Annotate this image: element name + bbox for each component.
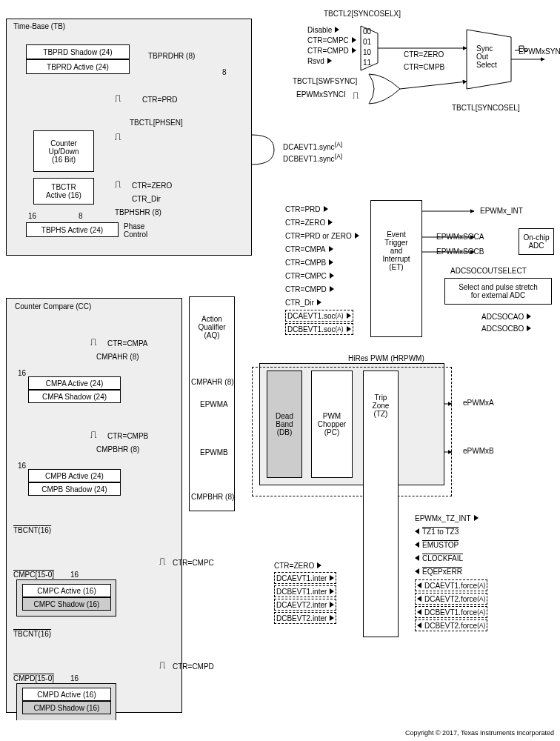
epwmxsoca: EPWMxSOCA xyxy=(436,233,484,241)
cmpa-active: CMPA Active (24) xyxy=(28,376,121,390)
epwmxsynco: EPWMxSYNCO xyxy=(519,47,560,56)
epwmxsynci: EPWMxSYNCI xyxy=(296,90,346,99)
tbprd-shadow: TBPRD Shadow (24) xyxy=(26,44,130,59)
dcbevt1-sync-text: DCBEVT1.sync xyxy=(283,155,334,163)
sync-out-select-text: Sync Out Select xyxy=(476,44,497,69)
cmpc-active: CMPC Active (16) xyxy=(22,584,111,597)
adcsocao: ADCSOCAO xyxy=(481,313,531,321)
ctr-cmpb-pulse: ⎍ xyxy=(90,431,96,437)
sync-mux-code-00: 00 xyxy=(363,26,371,36)
soso-ctrcmpb: CTR=CMPB xyxy=(404,63,444,71)
cmpc-header-label: CMPC[15-0] xyxy=(13,571,54,579)
sync-mux-code-11: 11 xyxy=(363,57,371,67)
inter-dcaevt2: DCAEVT2.inter xyxy=(276,601,327,609)
sync-mux-in-disable: Disable xyxy=(307,26,332,34)
sync-mux-in-rsvd: Rsvd xyxy=(307,57,324,65)
sync-mux-in-cmpc: CTR=CMPC xyxy=(307,36,349,44)
epwmxsynci-pulse: ⎍ xyxy=(353,92,359,98)
ctr-zero-pulse: ⎍ xyxy=(115,181,121,187)
cc-n16-a: 16 xyxy=(18,369,26,377)
panel-time-base-title: Time-Base (TB) xyxy=(13,22,65,30)
sync-mux-code-01: 01 xyxy=(363,36,371,47)
cc-n16-d: 16 xyxy=(70,674,79,682)
ctr-cmpc-pulse: ⎍ xyxy=(159,558,165,564)
phase-control: Phase Control xyxy=(124,222,147,239)
tbctl-swfsync: TBCTL[SWFSYNC] xyxy=(293,77,357,85)
cmpa-shadow: CMPA Shadow (24) xyxy=(28,390,121,403)
sync-out-select: Sync Out Select xyxy=(476,44,497,69)
dead-band-text: Dead Band (DB) xyxy=(276,412,293,436)
et-in-dcasoc-sup: (A) xyxy=(335,312,343,319)
svg-line-10 xyxy=(400,82,467,89)
phsen-pulse: ⎍ xyxy=(115,133,121,139)
event-trigger-text: Event Trigger and Interrupt (ET) xyxy=(382,230,410,271)
tz-inter-ports: DCAEVT1.inter DCBEVT1.inter DCAEVT2.inte… xyxy=(274,572,336,625)
copyright: Copyright © 2017, Texas Instruments Inco… xyxy=(405,729,554,737)
force-dcbevt1: DCBEVT1.force xyxy=(424,608,477,617)
inter-dcbevt2: DCBEVT2.inter xyxy=(276,614,327,622)
force-dcbevt2: DCBEVT2.force xyxy=(424,622,477,630)
tbctr-active-text: TBCTR Active (16) xyxy=(46,183,81,199)
tz-int: EPWMx_TZ_INT xyxy=(415,514,471,522)
ctr-cmpb-label: CTR=CMPB xyxy=(107,432,148,440)
phsen-label: TBCTL[PHSEN] xyxy=(130,119,183,127)
tbctl2-syncoselx: TBCTL2[SYNCOSELX] xyxy=(324,10,401,18)
et-in-ctrprd: CTR=PRD xyxy=(285,205,321,213)
adcsocao-text: ADCSOCAO xyxy=(481,313,524,321)
tz1to3: TZ1 to TZ3 xyxy=(422,528,459,536)
et-in-cmpd: CTR=CMPD xyxy=(285,285,327,293)
epwmxsocb: EPWMxSOCB xyxy=(436,247,484,256)
force-dcaevt1: DCAEVT1.force xyxy=(424,582,477,590)
phase-control-text: Phase Control xyxy=(124,222,147,239)
dcbevt1-sync: DCBEVT1.sync(A) xyxy=(283,153,343,163)
cmpd-header-label: CMPD[15-0] xyxy=(13,674,54,682)
clockfail: CLOCKFAIL xyxy=(422,554,463,562)
ctr-zero-label: CTR=ZERO xyxy=(132,182,172,190)
eqeperr: EQEPxERR xyxy=(422,568,462,576)
sync-mux-codes: 00 01 10 11 xyxy=(363,26,371,67)
dcaevt1-sync-sup: (A) xyxy=(334,141,342,148)
et-in-dcasoc: DCAEVT1.soc xyxy=(287,312,335,320)
onchip-adc-text: On-chip ADC xyxy=(523,233,549,250)
cmpd-active: CMPD Active (16) xyxy=(22,688,111,701)
force-dcaevt2: DCAEVT2.force xyxy=(424,595,477,603)
ctr-prd-pulse: ⎍ xyxy=(115,95,121,101)
cmpb-active: CMPB Active (24) xyxy=(28,469,121,482)
cmpc-shadow: CMPC Shadow (16) xyxy=(22,597,111,611)
onchip-adc: On-chip ADC xyxy=(519,228,554,255)
hrpwm-title: HiRes PWM (HRPWM) xyxy=(348,354,424,362)
et-in-dcbsoc: DCBEVT1.soc xyxy=(287,325,335,333)
tb-n8-a: 8 xyxy=(222,68,227,76)
et-in-prdzero: CTR=PRD or ZERO xyxy=(285,232,352,240)
epwmxb-out: ePWMxB xyxy=(463,447,494,455)
et-in-cmpc: CTR=CMPC xyxy=(285,272,327,280)
tbprdhr-label: TBPRDHR (8) xyxy=(148,52,195,60)
epwmxa-out: ePWMxA xyxy=(463,399,494,407)
aq-epwmb: EPWMB xyxy=(200,448,228,456)
et-in-dcbsoc-sup: (A) xyxy=(335,325,343,333)
et-left-ports: CTR=PRD CTR=ZERO CTR=PRD or ZERO CTR=CMP… xyxy=(285,202,359,309)
counter-updown: Counter Up/Down (16 Bit) xyxy=(33,130,94,172)
inter-dcbevt1: DCBEVT1.inter xyxy=(276,588,327,596)
force-dcaevt1-sup: (A) xyxy=(477,582,485,589)
action-qualifier-text: Action Qualifier (AQ) xyxy=(198,315,225,339)
pwm-chopper: PWM Chopper (PC) xyxy=(311,370,353,478)
ctr-dir-label: CTR_Dir xyxy=(132,195,161,203)
dead-band: Dead Band (DB) xyxy=(267,370,302,478)
inter-dcaevt1: DCAEVT1.inter xyxy=(276,574,327,582)
aq-epwma: EPWMA xyxy=(200,400,228,408)
tbphs-active: TBPHS Active (24) xyxy=(26,222,119,237)
sync-mux-in-cmpd: CTR=CMPD xyxy=(307,47,349,55)
ctr-cmpd-pulse: ⎍ xyxy=(159,662,165,668)
event-trigger: Event Trigger and Interrupt (ET) xyxy=(370,200,422,337)
cc-n16-c: 16 xyxy=(70,571,79,579)
aq-cmpahr: CMPAHR (8) xyxy=(191,378,234,386)
emustop: EMUSTOP xyxy=(422,541,459,549)
tz-left-ctrzero: CTR=ZERO xyxy=(274,559,321,572)
tbphshr-label: TBPHSHR (8) xyxy=(115,208,161,216)
counter-updown-text: Counter Up/Down (16 Bit) xyxy=(48,139,79,164)
tbcnt-c-label: TBCNT(16) xyxy=(13,526,51,534)
tbprd-active: TBPRD Active (24) xyxy=(26,59,130,74)
ctr-cmpa-label: CTR=CMPA xyxy=(107,339,148,348)
adcsocbo: ADCSOCBO xyxy=(481,325,531,333)
